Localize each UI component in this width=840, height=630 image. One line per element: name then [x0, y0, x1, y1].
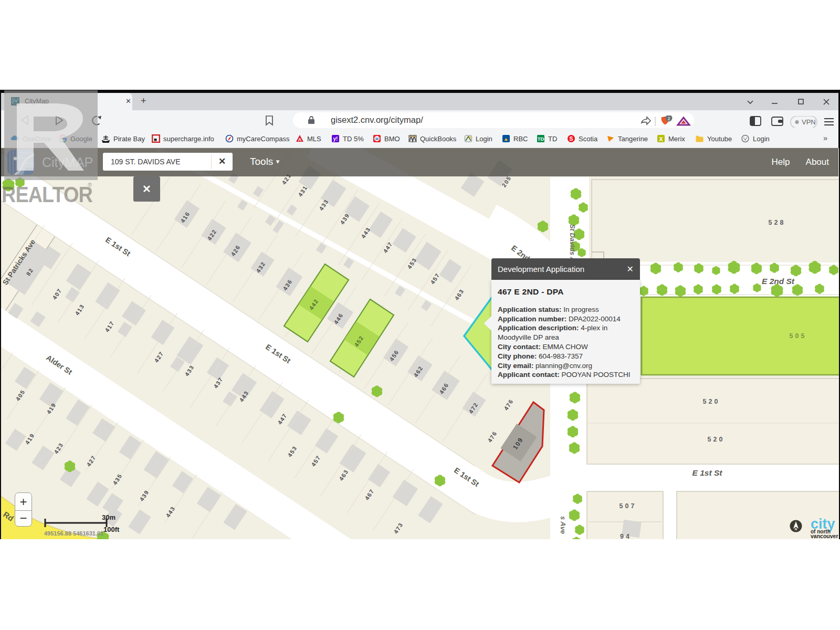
svg-text:2: 2	[667, 116, 670, 121]
svg-text:y!: y!	[333, 136, 338, 142]
svg-text:N: N	[795, 528, 797, 531]
svg-text:528: 528	[769, 219, 786, 226]
svg-text:E 1st St: E 1st St	[692, 468, 723, 477]
svg-text:495156.88 5461631.01: 495156.88 5461631.01	[44, 530, 103, 537]
svg-text:505: 505	[790, 332, 807, 340]
svg-text:520: 520	[708, 436, 725, 443]
svg-text:30m: 30m	[102, 513, 116, 521]
svg-text:E 2nd St: E 2nd St	[762, 277, 795, 286]
svg-text:A: A	[298, 137, 302, 142]
svg-text:S: S	[569, 135, 573, 142]
svg-text:94: 94	[620, 533, 632, 539]
svg-text:100ft: 100ft	[103, 526, 120, 533]
svg-text:s Ave: s Ave	[559, 516, 567, 534]
svg-text:X: X	[659, 136, 663, 142]
svg-text:TD: TD	[538, 136, 544, 142]
svg-text:507: 507	[620, 502, 637, 510]
svg-text:M: M	[375, 137, 379, 141]
svg-text:vancouver: vancouver	[811, 533, 838, 539]
svg-text:VPN: VPN	[802, 118, 816, 126]
svg-text:520: 520	[703, 398, 720, 405]
